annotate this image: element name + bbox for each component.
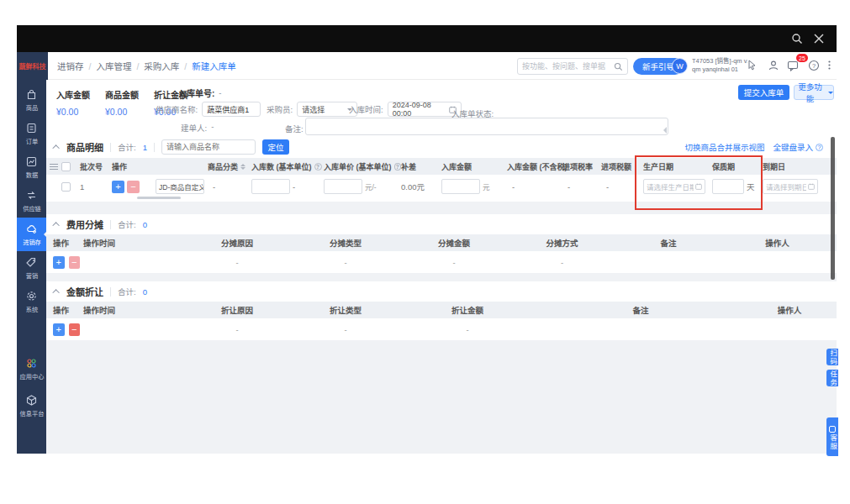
global-search[interactable] — [517, 58, 628, 75]
total-value: 0 — [143, 287, 147, 297]
gear-icon — [25, 290, 38, 302]
row-price: 元/- — [324, 179, 401, 194]
switch-view-link[interactable]: 切换商品合并展示视图 — [684, 141, 764, 153]
time-picker[interactable]: 2024-09-08 00:00 — [388, 102, 462, 117]
calendar-icon — [808, 183, 815, 190]
sidebar-item-supplychain[interactable]: 供应链 — [17, 184, 46, 218]
buyer-select-value: 请选择 — [302, 104, 325, 115]
time-value: 2024-09-08 00:00 — [393, 101, 449, 118]
qty-input[interactable] — [251, 179, 290, 194]
cell-reason: - — [182, 258, 292, 267]
col-category[interactable]: 商品分类 — [208, 161, 251, 172]
keyboard-entry-link[interactable]: 全键盘录入 — [773, 141, 813, 153]
breadcrumb-item[interactable]: 进销存 — [57, 60, 84, 72]
breadcrumb-item[interactable]: 入库管理 — [96, 60, 131, 72]
row-product-name[interactable]: JD-商品自定义文 — [156, 179, 208, 194]
sidebar-item-label: 供应链 — [23, 204, 41, 213]
summary-item: 入库金额 ¥0.00 — [56, 88, 90, 117]
submit-order-button[interactable]: 提交入库单 — [738, 85, 789, 100]
section-title: 商品明细 — [66, 140, 103, 154]
locate-button[interactable]: 定位 — [262, 139, 289, 155]
sort-icon[interactable] — [240, 161, 245, 172]
row-checkbox[interactable] — [61, 182, 80, 192]
sidebar-item-appcenter[interactable]: 应用中心 — [17, 350, 46, 387]
sidebar-item-goods[interactable]: 商品 — [17, 83, 46, 117]
summary-label: 商品金额 — [105, 88, 139, 101]
prod-date-input[interactable]: 请选择生产日期 — [643, 179, 705, 194]
float-tab-scan[interactable]: 扫码 — [826, 349, 838, 365]
delete-row-button[interactable]: − — [69, 323, 81, 336]
delete-row-button[interactable]: − — [69, 256, 81, 269]
delete-row-button[interactable]: − — [127, 181, 140, 193]
scrollbar-thumb[interactable] — [831, 137, 835, 280]
col-remark: 备注 — [536, 304, 746, 316]
mini-scrollbar[interactable] — [137, 197, 181, 199]
float-tab-tasks[interactable]: 任务 — [826, 370, 838, 386]
info-icon[interactable] — [394, 163, 402, 171]
search-icon[interactable] — [791, 33, 803, 45]
order-no-label: 入库单号: — [178, 87, 214, 99]
row-amount: 元 — [441, 179, 507, 194]
product-section-header: 商品明细 合计: 1 定位 — [55, 136, 289, 158]
sidebar-item-marketing[interactable]: 营销 — [17, 251, 46, 285]
row-expire-date: 请选择到期日 — [763, 179, 825, 194]
row-tax-amount: - — [601, 182, 643, 192]
sidebar-item-infoplatform[interactable]: 信息平台 — [17, 387, 46, 424]
product-search[interactable] — [161, 139, 256, 155]
drag-handle-icon[interactable] — [50, 164, 61, 170]
amount-input[interactable] — [441, 179, 480, 194]
more-functions-label: 更多功能 — [795, 81, 826, 104]
float-tab-service[interactable]: 客服 — [826, 417, 838, 456]
summary-item: 商品金额 ¥0.00 — [105, 88, 139, 117]
page: 蔬鲜科技 进销存 / 入库管理 / 采购入库 / 新建入库单 新手引导 W T4… — [0, 0, 850, 504]
supplier-label: 供应商名称: — [156, 103, 198, 115]
content-area: 入库金额 ¥0.00 商品金额 ¥0.00 折让金额 ¥0.00 — [46, 80, 837, 454]
cell-type: - — [292, 258, 399, 267]
cube-icon — [25, 394, 38, 407]
sidebar-item-orders[interactable]: 订单 — [17, 117, 46, 150]
col-qty: 入库数 (基本单位) — [251, 161, 324, 172]
calendar-icon — [695, 183, 702, 190]
close-icon[interactable] — [813, 33, 825, 45]
add-row-button[interactable]: + — [112, 181, 124, 193]
more-menu-icon[interactable] — [824, 60, 837, 72]
col-remark: 备注 — [615, 237, 721, 249]
app-center-icon — [25, 357, 38, 370]
expire-date-input[interactable]: 请选择到期日 — [763, 179, 818, 194]
sidebar-item-inventory[interactable]: 进销存 — [17, 218, 46, 251]
row-diff: 0.00元 — [401, 181, 441, 192]
col-expire-date: 到期日 — [763, 161, 825, 172]
global-search-input[interactable] — [522, 62, 614, 71]
app-header: 蔬鲜科技 进销存 / 入库管理 / 采购入库 / 新建入库单 新手引导 W T4… — [17, 52, 837, 80]
avatar[interactable]: W — [672, 58, 688, 74]
supplier-input-field[interactable] — [207, 105, 256, 113]
collapse-icon[interactable] — [52, 222, 59, 228]
divider — [110, 143, 111, 152]
sidebar-item-data[interactable]: 数据 — [17, 150, 46, 184]
sidebar-item-label: 应用中心 — [19, 372, 44, 381]
collapse-icon[interactable] — [52, 289, 59, 296]
select-all-checkbox[interactable] — [61, 162, 80, 171]
remark-textarea[interactable] — [305, 118, 668, 135]
product-section-links: 切换商品合并展示视图 全键盘录入 — [684, 136, 823, 158]
help-icon[interactable]: ? — [808, 60, 821, 72]
creator-label: 建单人: — [181, 122, 207, 134]
info-icon[interactable] — [314, 163, 322, 171]
shelf-life-input[interactable] — [712, 179, 744, 194]
add-row-button[interactable]: + — [53, 256, 65, 269]
sidebar-item-system[interactable]: 系统 — [17, 285, 46, 318]
add-row-button[interactable]: + — [53, 323, 65, 336]
col-type: 折让类型 — [292, 304, 399, 316]
row-shelf-life: 天 — [712, 179, 763, 194]
price-input[interactable] — [324, 179, 362, 194]
breadcrumb-item[interactable]: 采购入库 — [144, 60, 179, 72]
more-functions-button[interactable]: 更多功能 — [794, 85, 834, 100]
discount-table-row: + − - - - — [46, 318, 837, 340]
col-amount-notax: 入库金额 (不含税) — [507, 161, 562, 172]
product-search-input[interactable] — [166, 143, 251, 151]
supplier-input[interactable] — [202, 102, 261, 117]
collapse-icon[interactable] — [52, 144, 59, 151]
pointer-icon[interactable] — [747, 60, 759, 72]
contacts-icon[interactable] — [768, 60, 780, 72]
info-icon[interactable] — [816, 144, 823, 151]
